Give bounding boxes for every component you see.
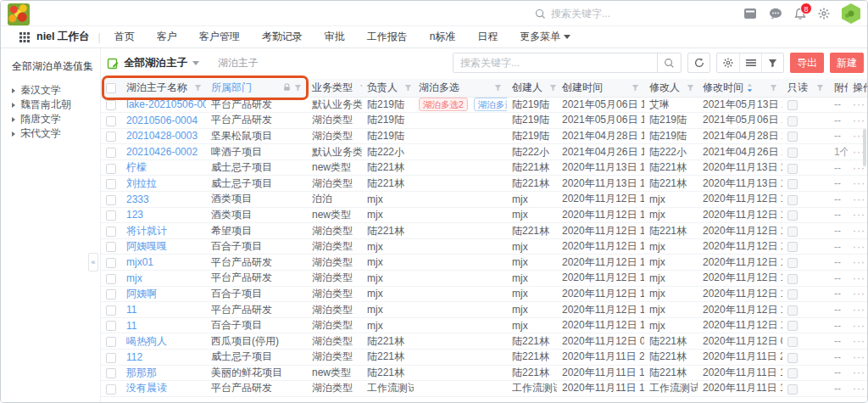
filter-icon[interactable] (687, 84, 694, 92)
filter-icon[interactable] (294, 84, 302, 92)
filter-icon[interactable] (494, 84, 502, 92)
record-link[interactable]: 没有晨读 (126, 382, 167, 394)
row-checkbox[interactable] (106, 353, 116, 363)
filter-icon[interactable] (359, 84, 362, 92)
sidebar-item[interactable]: 隋唐文学 (12, 112, 100, 126)
filter-icon[interactable] (194, 84, 202, 92)
row-checkbox[interactable] (106, 116, 116, 126)
record-link[interactable]: 2333 (126, 193, 149, 205)
record-link[interactable]: 11 (126, 320, 136, 332)
row-checkbox[interactable] (106, 179, 116, 189)
nav-item[interactable]: 工作报告 (367, 30, 408, 44)
filter-icon[interactable] (404, 84, 412, 92)
row-actions-button[interactable]: ··· (853, 304, 865, 316)
global-search-input[interactable] (551, 8, 687, 20)
record-link[interactable]: 阿姨啊 (126, 288, 157, 299)
record-link[interactable]: 20210506-0004 (126, 115, 198, 126)
table-search-input[interactable] (453, 53, 657, 72)
row-actions-button[interactable]: ··· (853, 367, 865, 378)
row-actions-button[interactable]: ··· (853, 193, 865, 205)
gear-icon[interactable] (717, 53, 739, 72)
tree-arrow-icon[interactable] (12, 103, 15, 108)
record-link[interactable]: 11 (126, 304, 136, 316)
nav-item[interactable]: 考勤记录 (262, 30, 303, 44)
nav-more-menu[interactable]: 更多菜单 (520, 30, 570, 44)
record-link[interactable]: mjx01 (126, 256, 153, 268)
row-actions-button[interactable]: ··· (853, 288, 865, 299)
record-link[interactable]: 喝热狗人 (126, 335, 167, 347)
row-actions-button[interactable]: ··· (853, 272, 865, 284)
filter-icon[interactable] (549, 84, 557, 92)
row-checkbox[interactable] (106, 164, 116, 174)
row-checkbox[interactable] (106, 242, 116, 252)
row-checkbox[interactable] (106, 258, 116, 268)
chat-icon[interactable] (769, 8, 782, 20)
select-all-checkbox[interactable] (106, 83, 116, 93)
calendar-card-icon[interactable] (743, 8, 757, 20)
sidebar-item[interactable]: 秦汉文学 (12, 83, 100, 98)
row-actions-button[interactable]: ··· (853, 383, 865, 395)
sidebar-item[interactable]: 魏晋南北朝 (12, 98, 100, 112)
record-link[interactable]: 那那那 (126, 367, 157, 378)
refresh-button[interactable] (687, 53, 710, 73)
row-checkbox[interactable] (106, 321, 116, 331)
gear-icon[interactable] (818, 8, 830, 20)
sort-icon[interactable] (747, 83, 753, 92)
record-link[interactable]: 123 (126, 209, 143, 221)
filter-icon[interactable] (632, 84, 639, 92)
row-checkbox[interactable] (106, 195, 116, 205)
sidebar-item[interactable]: 宋代文学 (12, 126, 100, 141)
row-density-icon[interactable] (739, 53, 761, 72)
row-actions-button[interactable]: ··· (853, 98, 865, 110)
row-checkbox[interactable] (106, 100, 116, 110)
record-link[interactable]: 阿姨嘎嘎 (126, 240, 167, 252)
view-selector[interactable]: 全部湖泊主子 (124, 56, 187, 70)
record-link[interactable]: mjx (126, 272, 142, 284)
row-actions-button[interactable]: ··· (853, 351, 865, 363)
avatar[interactable] (842, 3, 860, 24)
row-checkbox[interactable] (106, 289, 116, 299)
row-actions-button[interactable]: ··· (853, 256, 865, 268)
scrollbar-thumb[interactable] (863, 129, 866, 166)
create-button[interactable]: 新建 (830, 53, 864, 73)
export-button[interactable]: 导出 (790, 53, 824, 73)
record-link[interactable]: 柠檬 (126, 161, 147, 173)
row-checkbox[interactable] (106, 210, 116, 221)
row-actions-button[interactable]: ··· (853, 115, 865, 126)
notifications[interactable]: 8 (794, 8, 806, 20)
nav-item[interactable]: 客户管理 (199, 30, 240, 44)
nav-item[interactable]: 客户 (157, 30, 177, 44)
row-actions-button[interactable]: ··· (853, 177, 865, 189)
row-checkbox[interactable] (106, 368, 116, 378)
app-logo[interactable] (8, 3, 30, 25)
filter-icon[interactable] (761, 53, 783, 72)
tree-arrow-icon[interactable] (12, 88, 15, 93)
record-link[interactable]: 将计就计 (126, 225, 167, 237)
record-link[interactable]: 刘拉拉 (126, 177, 157, 189)
row-checkbox[interactable] (106, 337, 116, 347)
row-checkbox[interactable] (106, 274, 116, 284)
workspace-title[interactable]: niel 工作台 (36, 30, 90, 44)
record-link[interactable]: lake-20210506-0005 (126, 98, 206, 110)
row-actions-button[interactable]: ··· (853, 335, 865, 347)
record-link[interactable]: 20210428-0003 (126, 130, 198, 142)
row-checkbox[interactable] (106, 148, 116, 158)
row-actions-button[interactable]: ··· (853, 209, 865, 221)
row-actions-button[interactable]: ··· (853, 241, 865, 253)
nav-item[interactable]: 日程 (477, 30, 498, 44)
row-checkbox[interactable] (106, 227, 116, 237)
row-actions-button[interactable]: ··· (853, 225, 865, 237)
filter-icon[interactable] (770, 84, 777, 92)
row-checkbox[interactable] (106, 305, 116, 316)
tree-arrow-icon[interactable] (12, 117, 15, 122)
nav-item[interactable]: n标准 (430, 30, 456, 44)
row-checkbox[interactable] (106, 132, 116, 142)
search-icon[interactable] (657, 53, 681, 72)
tree-arrow-icon[interactable] (12, 132, 15, 137)
record-link[interactable]: 20210426-0002 (126, 146, 198, 158)
chevron-down-icon[interactable] (192, 61, 199, 69)
nav-item[interactable]: 审批 (325, 30, 345, 44)
record-link[interactable]: 112 (126, 351, 142, 363)
row-actions-button[interactable]: ··· (853, 320, 865, 332)
nav-item[interactable]: 首页 (114, 30, 135, 44)
